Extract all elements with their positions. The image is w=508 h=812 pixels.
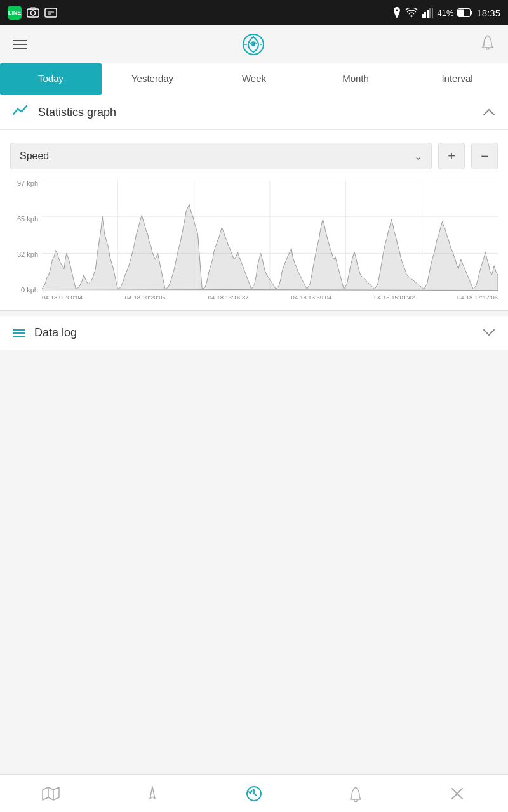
tab-week[interactable]: Week (203, 63, 305, 95)
y-axis: 97 kph 65 kph 32 kph 0 kph (10, 180, 42, 306)
notification-bell[interactable] (480, 34, 495, 55)
other-icon (44, 7, 57, 18)
bell-nav-icon (347, 785, 364, 802)
svg-rect-7 (429, 8, 431, 18)
menu-button[interactable] (13, 40, 27, 49)
svg-marker-30 (150, 787, 155, 799)
tab-bar: Today Yesterday Week Month Interval (0, 63, 508, 95)
x-label-5: 04-18 17:17:06 (457, 294, 498, 306)
x-label-4: 04-18 15:01:42 (374, 294, 415, 306)
svg-rect-3 (45, 8, 57, 17)
graph-container: Speed ⌄ + − 97 kph 65 kph 32 kph 0 kph (0, 130, 508, 311)
nav-navigation[interactable] (102, 775, 203, 812)
svg-marker-27 (43, 787, 59, 800)
battery-text: 41% (437, 8, 453, 18)
nav-map[interactable] (0, 775, 102, 812)
top-nav (0, 25, 508, 63)
speed-chart: 97 kph 65 kph 32 kph 0 kph (10, 180, 498, 306)
data-log-expand-btn[interactable] (483, 327, 495, 339)
status-bar: LINE 41% (0, 0, 508, 25)
remove-metric-button[interactable]: − (471, 143, 498, 169)
history-icon (245, 785, 263, 802)
tab-today[interactable]: Today (0, 63, 102, 95)
y-label-65: 65 kph (10, 215, 42, 223)
add-metric-button[interactable]: + (438, 143, 465, 169)
navigation-icon (144, 785, 161, 802)
svg-point-1 (31, 11, 36, 15)
location-icon (392, 7, 401, 18)
nav-close[interactable] (406, 775, 508, 812)
svg-rect-8 (432, 8, 433, 18)
tab-interval[interactable]: Interval (406, 63, 508, 95)
status-left: LINE (8, 6, 57, 20)
trend-icon (13, 104, 29, 121)
data-log-title: Data log (34, 326, 77, 339)
x-axis: 04-18 00:00:04 04-18 10:20:05 04-18 13:1… (42, 294, 498, 306)
metric-dropdown-text: Speed (20, 150, 49, 162)
graph-controls: Speed ⌄ + − (0, 136, 508, 176)
signal-icon (422, 8, 433, 18)
tab-yesterday[interactable]: Yesterday (102, 63, 203, 95)
statistics-graph-title: Statistics graph (38, 106, 116, 119)
metric-dropdown[interactable]: Speed ⌄ (10, 143, 432, 169)
nav-history[interactable] (203, 775, 305, 812)
map-icon (42, 785, 60, 802)
status-right: 41% 18:35 (392, 7, 500, 18)
tab-month[interactable]: Month (305, 63, 406, 95)
x-label-2: 04-18 13:16:37 (208, 294, 249, 306)
y-label-32: 32 kph (10, 251, 42, 258)
data-log-header: Data log (0, 316, 508, 350)
statistics-graph-header: Statistics graph (0, 95, 508, 130)
nav-bell[interactable] (305, 775, 406, 812)
data-log-section: Data log (0, 316, 508, 350)
svg-rect-6 (427, 10, 429, 18)
wifi-icon (405, 8, 418, 18)
chart-svg (42, 180, 498, 291)
battery-icon (457, 8, 472, 17)
statistics-collapse-btn[interactable] (483, 106, 495, 119)
screenshot-icon (27, 7, 39, 18)
time-display: 18:35 (476, 8, 500, 18)
x-label-3: 04-18 13:59:04 (291, 294, 331, 306)
dropdown-arrow-icon: ⌄ (414, 150, 422, 162)
y-label-97: 97 kph (10, 180, 42, 187)
svg-rect-4 (422, 14, 424, 18)
line-app-icon: LINE (8, 6, 22, 20)
y-label-0: 0 kph (10, 286, 42, 294)
x-label-1: 04-18 10:20:05 (125, 294, 166, 306)
svg-rect-10 (458, 10, 464, 16)
x-label-0: 04-18 00:00:04 (42, 294, 83, 306)
data-log-icon (13, 329, 25, 337)
svg-rect-5 (424, 12, 426, 18)
bottom-nav (0, 774, 508, 812)
svg-rect-0 (27, 9, 39, 17)
app-logo (239, 30, 267, 58)
svg-point-13 (251, 43, 255, 46)
close-nav-icon (448, 785, 466, 802)
